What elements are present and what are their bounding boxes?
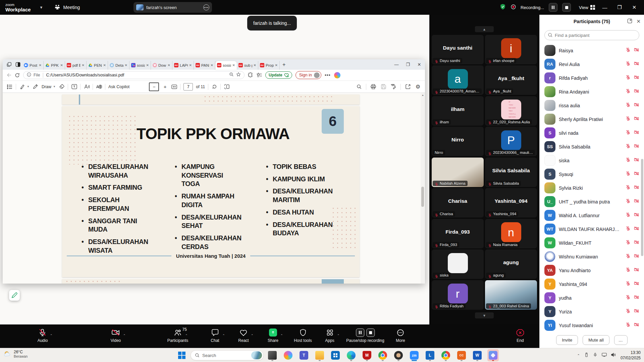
workspace-chevron-down-icon[interactable]: ▼ bbox=[40, 5, 43, 9]
toolbar-item-record[interactable]: Pause/stop recording bbox=[346, 328, 384, 343]
participant-row[interactable]: siska bbox=[540, 154, 644, 167]
tray-volume-icon[interactable] bbox=[611, 352, 616, 358]
rotate-icon[interactable] bbox=[211, 83, 217, 91]
taskbar-weather-widget[interactable]: 26°C Berawan bbox=[3, 350, 28, 358]
tab-close-icon[interactable]: ✕ bbox=[82, 63, 85, 67]
tab-close-icon[interactable]: ✕ bbox=[168, 63, 170, 67]
tab-close-icon[interactable]: ✕ bbox=[254, 63, 256, 67]
gallery-scroll-up-button[interactable]: ▲ bbox=[475, 26, 494, 32]
toolbar-item-react[interactable]: React⌃ bbox=[238, 328, 249, 343]
tab-close-icon[interactable]: ✕ bbox=[189, 63, 192, 67]
start-button[interactable] bbox=[178, 352, 185, 359]
fit-to-width-icon[interactable] bbox=[171, 83, 177, 91]
back-icon[interactable] bbox=[6, 72, 11, 78]
tab-meeting[interactable]: Meeting bbox=[54, 4, 80, 11]
tab-close-icon[interactable]: ✕ bbox=[146, 63, 149, 67]
gallery-tile[interactable]: nNaia Ramania bbox=[485, 219, 537, 248]
taskbar-search[interactable]: Search bbox=[191, 350, 264, 360]
stop-recording-button[interactable] bbox=[562, 3, 571, 12]
gallery-tile[interactable]: rRifda Fadiyah bbox=[432, 280, 484, 310]
gallery-tile[interactable]: Silvia SalsabilaSilvia Salsabila bbox=[485, 158, 537, 187]
taskbar-icon-word[interactable]: W bbox=[472, 349, 483, 361]
toolbar-item-end[interactable]: End bbox=[516, 328, 525, 343]
gallery-tile[interactable]: CharisaCharisa bbox=[432, 188, 484, 218]
taskbar-icon-ms-store[interactable] bbox=[330, 349, 341, 361]
chevron-up-icon[interactable]: ⌃ bbox=[251, 334, 254, 337]
tray-chevron-up-icon[interactable]: ⌃ bbox=[577, 354, 580, 357]
zoom-out-button[interactable]: − bbox=[149, 82, 159, 91]
browser-close-button[interactable]: ✕ bbox=[414, 62, 425, 67]
page-number-input[interactable] bbox=[183, 83, 193, 90]
settings-gear-icon[interactable]: ⚙ bbox=[415, 83, 421, 91]
save-as-icon[interactable] bbox=[390, 83, 396, 91]
address-bar[interactable]: File | C:/Users/ASUS/Downloads/sosialisa… bbox=[23, 71, 245, 79]
annotate-button[interactable] bbox=[9, 290, 20, 301]
browser-update-button[interactable]: Update bbox=[265, 71, 292, 79]
participant-row[interactable]: Sylvia Rizki bbox=[540, 181, 644, 195]
gallery-tile[interactable]: iirfan shoope bbox=[485, 35, 537, 64]
gallery-tile[interactable]: Aya _fkuhtAya _fkuht bbox=[485, 65, 537, 95]
draw-chevron-icon[interactable]: ▼ bbox=[53, 85, 56, 88]
tray-mic-icon[interactable] bbox=[593, 352, 597, 358]
signin-button[interactable]: Sign in bbox=[296, 71, 321, 79]
toolbar-item-audio[interactable]: Audio⌃ bbox=[38, 328, 48, 343]
stop-recording-icon[interactable] bbox=[366, 328, 375, 337]
pdf-scrollbar[interactable]: ▲ bbox=[421, 93, 425, 284]
browser-tab[interactable]: PDFPANI✕ bbox=[194, 61, 215, 70]
window-close-button[interactable]: ✕ bbox=[629, 4, 639, 10]
window-minimize-button[interactable]: — bbox=[600, 5, 610, 10]
translate-icon[interactable] bbox=[96, 83, 102, 91]
participant-row[interactable]: SSyauqi bbox=[540, 167, 644, 181]
toolbar-item-host-tools[interactable]: Host tools bbox=[294, 328, 312, 343]
shared-screen-options-icon[interactable]: ••• bbox=[203, 4, 209, 10]
tab-close-icon[interactable]: ✕ bbox=[232, 63, 235, 67]
browser-tab[interactable]: Deta✕ bbox=[108, 61, 129, 70]
ask-copilot-button[interactable]: Ask Copilot bbox=[108, 84, 129, 89]
pdf-content-area[interactable]: 6 TOPIK PPK ORMAWA DESA/KELURAHAN WIRAUS… bbox=[3, 93, 425, 284]
gallery-tile[interactable]: a20230430078_Amand... bbox=[432, 65, 484, 95]
browser-tab[interactable]: PENC✕ bbox=[87, 61, 108, 70]
taskbar-icon-window-app[interactable] bbox=[267, 349, 278, 361]
toolbar-item-apps[interactable]: Apps⌃ bbox=[325, 328, 334, 343]
chevron-up-icon[interactable]: ⌃ bbox=[185, 334, 188, 337]
view-button[interactable]: View bbox=[579, 5, 595, 10]
find-participant-input[interactable] bbox=[544, 30, 639, 40]
info-icon[interactable] bbox=[27, 72, 31, 78]
save-icon[interactable] bbox=[380, 83, 386, 91]
page-view-icon[interactable] bbox=[224, 83, 230, 91]
toolbar-item-participants[interactable]: 75Participants⌃ bbox=[167, 328, 189, 343]
taskbar-icon-l-app[interactable]: L bbox=[424, 349, 436, 361]
gallery-tile[interactable]: Dayu santhiDayu santhi bbox=[432, 35, 484, 64]
tab-close-icon[interactable]: ✕ bbox=[103, 63, 106, 67]
pause-recording-button[interactable] bbox=[549, 3, 557, 12]
tab-close-icon[interactable]: ✕ bbox=[275, 63, 278, 67]
participant-list-scrollbar-thumb[interactable] bbox=[641, 159, 643, 256]
chevron-up-icon[interactable]: ⌃ bbox=[222, 334, 225, 337]
participant-row[interactable]: WWildan_FKUHT bbox=[540, 236, 644, 250]
toolbar-item-more[interactable]: More bbox=[396, 328, 405, 343]
tray-pen-icon[interactable] bbox=[584, 352, 589, 358]
participant-row[interactable]: RARevi Aulia bbox=[540, 57, 644, 71]
draw-icon[interactable] bbox=[33, 83, 39, 91]
close-panel-icon[interactable]: ✕ bbox=[636, 18, 641, 24]
gallery-tile[interactable]: Yashinta_094Yashinta_094 bbox=[485, 188, 537, 218]
browser-minimize-button[interactable]: — bbox=[391, 62, 402, 67]
browser-tab[interactable]: PDFpdf B✕ bbox=[65, 61, 87, 70]
browser-tab[interactable]: PDFLAPC✕ bbox=[172, 61, 194, 70]
panel-more-button[interactable]: … bbox=[614, 335, 628, 345]
participant-row[interactable]: U_UHT _ yudha bima putra bbox=[540, 195, 644, 208]
taskbar-icon-chrome[interactable] bbox=[377, 349, 388, 361]
gallery-tile[interactable]: P20230430066_ maulid... bbox=[485, 127, 537, 156]
taskbar-icon-camera-app[interactable] bbox=[393, 349, 404, 361]
taskbar-icon-teams[interactable]: T bbox=[298, 349, 310, 361]
tab-close-icon[interactable]: ✕ bbox=[211, 63, 213, 67]
bookmark-star-icon[interactable] bbox=[236, 72, 241, 78]
workspaces-icon[interactable] bbox=[13, 61, 22, 68]
toolbar-item-chat[interactable]: Chat⌃ bbox=[211, 328, 219, 343]
tab-close-icon[interactable]: ✕ bbox=[125, 63, 127, 67]
zoom-level-icon[interactable] bbox=[229, 72, 234, 78]
tab-close-icon[interactable]: ✕ bbox=[60, 63, 63, 67]
chevron-up-icon[interactable]: ⌃ bbox=[123, 334, 126, 337]
participant-row[interactable]: Raisya bbox=[540, 44, 644, 57]
highlight-chevron-icon[interactable]: ▼ bbox=[27, 85, 30, 88]
